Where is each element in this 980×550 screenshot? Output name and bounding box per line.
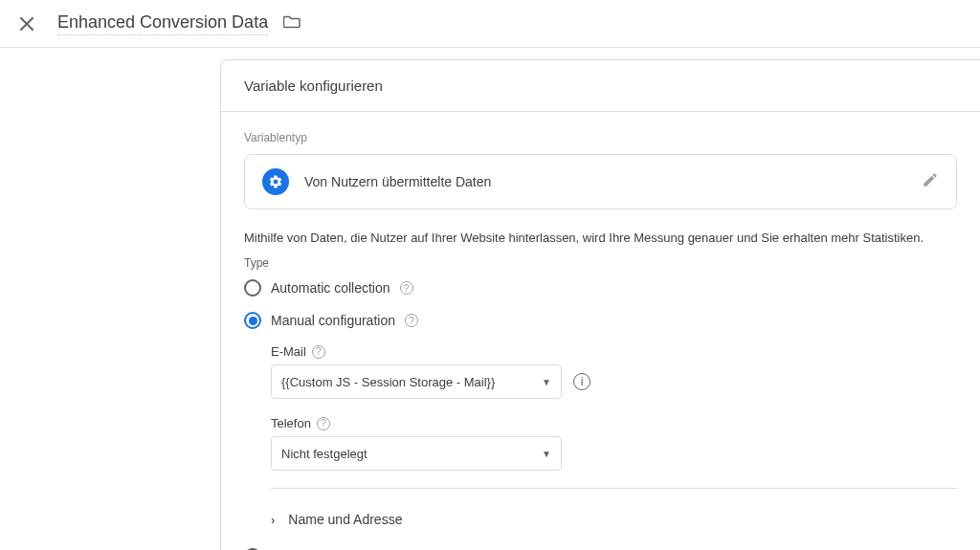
chevron-down-icon: ▼: [542, 449, 551, 459]
variable-type-card[interactable]: Von Nutzern übermittelte Daten: [244, 154, 957, 209]
config-panel: Variable konfigurieren Variablentyp Von …: [220, 59, 980, 550]
close-icon: [20, 17, 33, 31]
edit-icon[interactable]: [922, 171, 939, 192]
variable-type-name: Von Nutzern übermittelte Daten: [304, 174, 906, 189]
name-address-expander[interactable]: › Name und Adresse: [271, 506, 957, 533]
radio-manual-configuration[interactable]: Manual configuration ?: [244, 312, 957, 329]
email-field-group: E-Mail ? {{Custom JS - Session Storage -…: [271, 344, 957, 399]
help-icon[interactable]: ?: [405, 314, 418, 327]
radio-label: Automatic collection: [271, 280, 390, 296]
email-value: {{Custom JS - Session Storage - Mail}}: [281, 375, 495, 389]
panel-title: Variable konfigurieren: [221, 60, 980, 112]
page-title[interactable]: Enhanced Conversion Data: [57, 12, 268, 35]
email-label: E-Mail: [271, 344, 306, 359]
help-icon[interactable]: ?: [400, 281, 413, 295]
radio-icon: [244, 279, 261, 297]
telefon-field-group: Telefon ? Nicht festgelegt ▼: [271, 416, 957, 471]
divider: [271, 488, 957, 489]
close-button[interactable]: [15, 12, 38, 35]
folder-icon[interactable]: [283, 14, 301, 33]
name-address-label: Name und Adresse: [288, 512, 402, 527]
radio-automatic-collection[interactable]: Automatic collection ?: [244, 279, 957, 297]
top-bar: Enhanced Conversion Data: [0, 0, 980, 48]
chevron-down-icon: ▼: [542, 377, 551, 387]
telefon-value: Nicht festgelegt: [281, 447, 368, 461]
telefon-select[interactable]: Nicht festgelegt ▼: [271, 436, 562, 471]
help-icon[interactable]: ?: [312, 345, 325, 359]
variable-type-label: Variablentyp: [244, 131, 957, 144]
description-text: Mithilfe von Daten, die Nutzer auf Ihrer…: [244, 231, 957, 245]
info-icon[interactable]: i: [573, 373, 590, 390]
chevron-right-icon: ›: [271, 513, 275, 527]
radio-icon: [244, 312, 261, 329]
telefon-label: Telefon: [271, 416, 311, 430]
email-select[interactable]: {{Custom JS - Session Storage - Mail}} ▼: [271, 364, 562, 399]
help-icon[interactable]: ?: [317, 417, 330, 430]
type-label: Type: [244, 256, 957, 270]
radio-label: Manual configuration: [271, 313, 395, 328]
gear-badge-icon: [262, 168, 289, 195]
